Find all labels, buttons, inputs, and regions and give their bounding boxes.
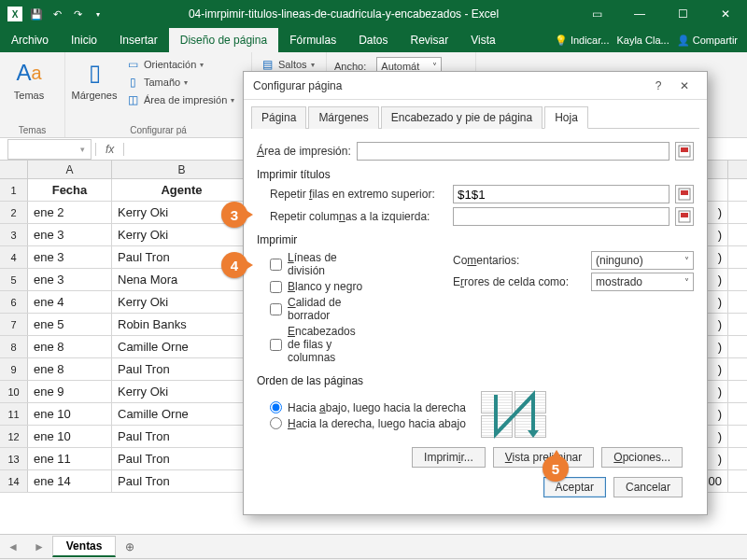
- row-header[interactable]: 3: [0, 224, 28, 245]
- row-header[interactable]: 2: [0, 202, 28, 223]
- row-header[interactable]: 4: [0, 246, 28, 268]
- headings-checkbox[interactable]: [270, 339, 282, 351]
- print-area-button[interactable]: ◫Área de impresión: [123, 91, 236, 108]
- cell[interactable]: Robin Banks: [112, 314, 252, 335]
- cell[interactable]: Camille Orne: [112, 336, 252, 357]
- dialog-tab-hoja[interactable]: Hoja: [544, 106, 588, 129]
- row-header[interactable]: 13: [0, 448, 28, 469]
- cell[interactable]: ene 3: [28, 269, 112, 290]
- user-label[interactable]: Kayla Cla...: [616, 35, 669, 46]
- cell[interactable]: ene 3: [28, 246, 112, 268]
- headings-label: Encabezados de filas y columnas: [288, 325, 369, 364]
- size-button[interactable]: ▯Tamaño: [123, 74, 236, 91]
- cell[interactable]: ene 4: [28, 291, 112, 313]
- dialog-tab-margenes[interactable]: Márgenes: [308, 106, 378, 129]
- cell[interactable]: ene 8: [28, 336, 112, 357]
- share-button[interactable]: 👤Compartir: [677, 35, 738, 47]
- repeat-cols-input[interactable]: [453, 207, 669, 226]
- add-sheet-button[interactable]: ⊕: [116, 540, 144, 553]
- excel-icon: X: [7, 7, 22, 21]
- tab-datos[interactable]: Datos: [347, 28, 399, 52]
- minimize-button[interactable]: ―: [618, 0, 661, 28]
- draft-checkbox[interactable]: [270, 303, 282, 315]
- ribbon-tabs: Archivo Inicio Insertar Diseño de página…: [0, 28, 747, 52]
- options-button[interactable]: Opciones...: [601, 447, 683, 468]
- tab-formulas[interactable]: Fórmulas: [278, 28, 347, 52]
- themes-button[interactable]: Aa Temas: [6, 56, 52, 103]
- tab-diseno-pagina[interactable]: Diseño de página: [169, 28, 278, 52]
- select-all-corner[interactable]: [0, 161, 28, 178]
- tab-vista[interactable]: Vista: [459, 28, 506, 52]
- row-header[interactable]: 14: [0, 470, 28, 492]
- dialog-help-button[interactable]: ?: [645, 75, 671, 97]
- maximize-button[interactable]: ☐: [661, 0, 704, 28]
- col-header-a[interactable]: A: [28, 161, 112, 178]
- cancel-button[interactable]: Cancelar: [613, 477, 683, 497]
- cell[interactable]: Paul Tron: [112, 470, 252, 492]
- row-header[interactable]: 10: [0, 381, 28, 402]
- tab-inicio[interactable]: Inicio: [60, 28, 108, 52]
- cell[interactable]: ene 5: [28, 314, 112, 335]
- blackwhite-checkbox[interactable]: [270, 281, 282, 293]
- name-box[interactable]: [7, 139, 92, 160]
- qat-more-icon[interactable]: ▾: [92, 7, 105, 21]
- repeat-rows-input[interactable]: [453, 185, 669, 203]
- cell[interactable]: ene 10: [28, 426, 112, 447]
- cell[interactable]: ene 10: [28, 403, 112, 425]
- cell[interactable]: Paul Tron: [112, 426, 252, 447]
- row-header[interactable]: 5: [0, 269, 28, 290]
- cell[interactable]: Paul Tron: [112, 448, 252, 469]
- cell[interactable]: ene 14: [28, 470, 112, 492]
- sheet-tab-ventas[interactable]: Ventas: [52, 536, 117, 557]
- row-header[interactable]: 8: [0, 336, 28, 357]
- dialog-tab-encabezado[interactable]: Encabezado y pie de página: [381, 106, 543, 129]
- tell-me[interactable]: 💡Indicar...: [555, 35, 610, 47]
- order-right-radio[interactable]: [270, 417, 282, 429]
- order-down-radio[interactable]: [270, 401, 282, 413]
- print-area-input[interactable]: [357, 142, 669, 161]
- margins-button[interactable]: ▯ Márgenes: [71, 56, 118, 103]
- page-setup-group-label: Configurar pá: [71, 123, 246, 135]
- print-area-label: Área de impresión:: [257, 145, 351, 158]
- row-header[interactable]: 9: [0, 358, 28, 380]
- tab-archivo[interactable]: Archivo: [0, 28, 60, 52]
- gridlines-checkbox[interactable]: [270, 259, 282, 271]
- print-button[interactable]: Imprimir...: [412, 447, 486, 468]
- close-button[interactable]: ✕: [704, 0, 747, 28]
- cell[interactable]: ene 9: [28, 381, 112, 402]
- undo-icon[interactable]: ↶: [50, 7, 63, 21]
- row-header[interactable]: 7: [0, 314, 28, 335]
- cell[interactable]: Paul Tron: [112, 358, 252, 380]
- row-header[interactable]: 12: [0, 426, 28, 447]
- tab-insertar[interactable]: Insertar: [108, 28, 169, 52]
- dialog-tab-pagina[interactable]: Página: [251, 106, 306, 129]
- dialog-close-button[interactable]: ✕: [671, 75, 698, 97]
- row-header[interactable]: 11: [0, 403, 28, 425]
- save-icon[interactable]: 💾: [30, 7, 43, 21]
- cell[interactable]: Kerry Oki: [112, 381, 252, 402]
- cell[interactable]: ene 8: [28, 358, 112, 380]
- draft-label: Calidad de borrador: [288, 296, 369, 322]
- row-header[interactable]: 1: [0, 179, 28, 201]
- cell[interactable]: ene 11: [28, 448, 112, 469]
- repeat-rows-label: Repetir filas en extremo superior:: [270, 188, 447, 201]
- ribbon-options-icon[interactable]: ▭: [575, 0, 618, 28]
- row-header[interactable]: 6: [0, 291, 28, 313]
- title-bar: X 💾 ↶ ↷ ▾ 04-imrpimir-titulos-lineas-de-…: [0, 0, 747, 28]
- cell[interactable]: Kerry Oki: [112, 291, 252, 313]
- cell[interactable]: Camille Orne: [112, 403, 252, 425]
- redo-icon[interactable]: ↷: [71, 7, 84, 21]
- print-area-range-button[interactable]: [675, 142, 694, 161]
- sheet-nav-next[interactable]: ►: [26, 540, 52, 553]
- orientation-button[interactable]: ▭Orientación: [123, 56, 236, 73]
- cell[interactable]: ene 3: [28, 224, 112, 245]
- repeat-cols-range-button[interactable]: [675, 207, 694, 226]
- errors-select[interactable]: mostrado: [591, 273, 694, 291]
- sheet-nav-prev[interactable]: ◄: [0, 540, 26, 553]
- fx-icon[interactable]: fx: [95, 143, 124, 156]
- col-header-b[interactable]: B: [112, 161, 252, 178]
- repeat-rows-range-button[interactable]: [675, 185, 694, 203]
- comments-select[interactable]: (ninguno): [591, 251, 694, 270]
- tab-revisar[interactable]: Revisar: [400, 28, 460, 52]
- cell[interactable]: ene 2: [28, 202, 112, 223]
